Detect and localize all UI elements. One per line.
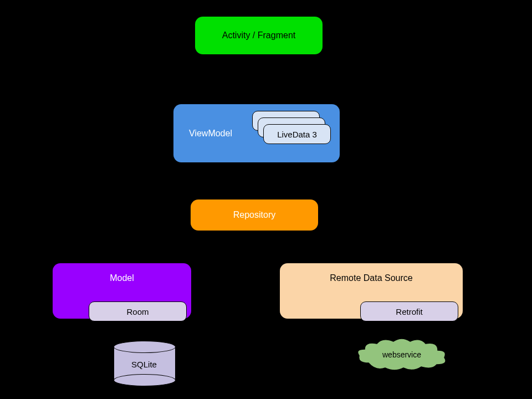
- svg-line-5: [407, 320, 410, 338]
- livedata-card-3: LiveData 3: [263, 124, 331, 144]
- sqlite-label: SQLite: [114, 360, 175, 369]
- svg-line-2: [136, 231, 233, 262]
- livedata-stack: LiveData 3: [252, 111, 330, 149]
- svg-line-4: [139, 320, 141, 339]
- livedata-label: LiveData 3: [277, 130, 317, 139]
- viewmodel-label: ViewModel: [189, 129, 232, 139]
- webservice-cloud: webservice: [355, 338, 449, 371]
- room-box: Room: [89, 301, 187, 321]
- repository-label: Repository: [233, 210, 275, 220]
- activity-label: Activity / Fragment: [222, 30, 295, 40]
- retrofit-box: Retrofit: [360, 301, 458, 321]
- webservice-label: webservice: [355, 350, 449, 359]
- room-label: Room: [126, 307, 149, 316]
- svg-line-3: [283, 231, 360, 262]
- retrofit-label: Retrofit: [396, 307, 422, 316]
- remote-label: Remote Data Source: [330, 273, 412, 283]
- activity-fragment-box: Activity / Fragment: [195, 17, 323, 54]
- repository-box: Repository: [191, 200, 318, 231]
- model-label: Model: [110, 273, 134, 283]
- sqlite-cylinder: SQLite: [114, 341, 175, 385]
